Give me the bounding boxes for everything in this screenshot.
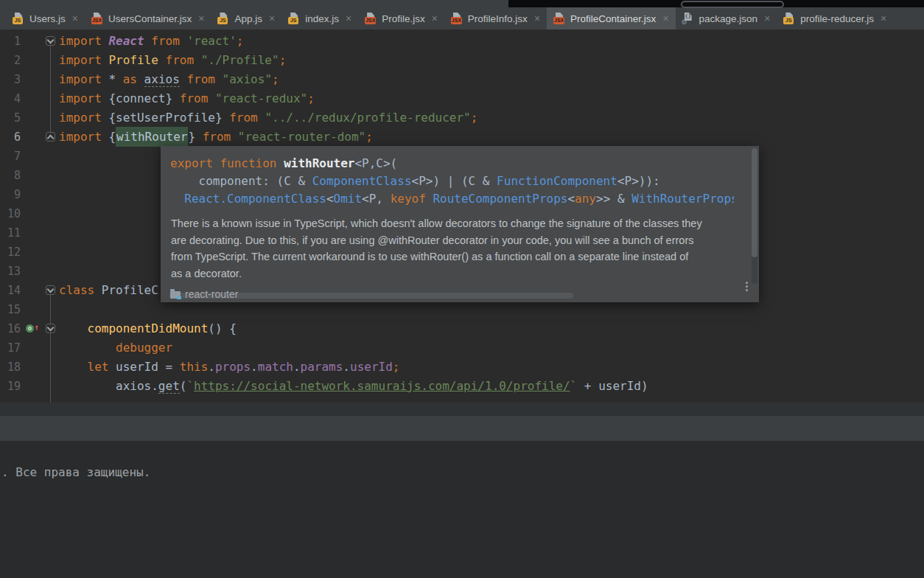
code-line-19[interactable]: 19 axios.get(`https://social-network.sam… [0, 377, 924, 396]
tab-profile-reducer-js[interactable]: profile-reducer.js× [777, 7, 893, 29]
code-token: >> & [596, 192, 631, 206]
code-line-6[interactable]: 6import {withRouter} from "react-router-… [0, 128, 924, 147]
tab-userscontainer-jsx[interactable]: UsersContainer.jsx× [85, 7, 211, 29]
line-number: 15 [0, 300, 21, 319]
js-file-icon [13, 13, 25, 24]
code-token: params [301, 360, 343, 374]
tab-label: Profile.jsx [382, 13, 425, 24]
code-token: <P>)): [617, 174, 660, 188]
tab-label: ProfileInfo.jsx [468, 13, 528, 24]
module-name: react-router [185, 288, 238, 300]
close-icon[interactable]: × [269, 13, 275, 24]
tab-label: ProfileContainer.jsx [570, 13, 656, 24]
code-token: < [326, 192, 334, 206]
jsx-file-icon [91, 13, 104, 24]
fold-icon[interactable] [46, 285, 55, 295]
documentation-popup: export function withRouter<P,C>( compone… [161, 146, 759, 302]
signature-line: component: (C & ComponentClass<P>) | (C … [170, 173, 734, 190]
override-method-icon[interactable]: ↑ [26, 324, 39, 333]
code-token: () { [208, 321, 237, 335]
tab-label: index.js [305, 13, 339, 24]
js-file-icon [217, 13, 230, 24]
code-line-2[interactable]: 2import Profile from "./Profile"; [0, 51, 924, 70]
code-token: debugger [116, 341, 172, 355]
close-icon[interactable]: × [432, 13, 438, 24]
tab-users-js[interactable]: Users.js× [6, 7, 85, 29]
code-line-4[interactable]: 4import {connect} from "react-redux"; [0, 89, 924, 108]
tab-index-js[interactable]: index.js× [281, 7, 358, 29]
code-token: ; [272, 72, 279, 86]
editor-tab-bar: Users.js×UsersContainer.jsx×App.js×index… [0, 0, 924, 29]
code-token: ; [279, 53, 287, 67]
code-token: ; [237, 34, 244, 48]
code-line-3[interactable]: 3import * as axios from "axios"; [0, 70, 924, 89]
fold-icon[interactable] [46, 36, 55, 46]
line-number: 8 [0, 166, 21, 185]
code-token: React [108, 34, 144, 48]
code-line-16[interactable]: 16↑ componentDidMount() { [0, 319, 924, 338]
code-line-15[interactable]: 15 [0, 300, 924, 319]
code-line-18[interactable]: 18 let userId = this.props.match.params.… [0, 358, 924, 377]
tab-package-json[interactable]: package.json× [676, 7, 777, 29]
close-icon[interactable]: × [662, 13, 668, 24]
code-token: from [229, 111, 265, 125]
code-token: . [293, 360, 301, 374]
line-number: 11 [0, 223, 21, 243]
tab-profile-jsx[interactable]: Profile.jsx× [358, 7, 444, 29]
description-line: There is a known issue in TypeScript, wh… [171, 215, 728, 232]
line-number: 2 [0, 51, 21, 70]
more-options-icon[interactable] [746, 280, 748, 293]
code-line-5[interactable]: 5import {setUserProfile} from "../../red… [0, 108, 924, 128]
code-line-17[interactable]: 17 debugger [0, 338, 924, 358]
line-number: 13 [0, 262, 21, 281]
js-file-icon [783, 13, 796, 24]
code-text: class ProfileC [59, 281, 158, 300]
code-token: import [59, 53, 108, 67]
code-token: } [188, 130, 202, 144]
fold-icon[interactable] [46, 324, 55, 333]
code-token: "./Profile" [201, 53, 279, 67]
code-token: props [215, 360, 251, 374]
line-number: 12 [0, 243, 21, 262]
code-token: . [343, 360, 350, 374]
close-icon[interactable]: × [764, 13, 770, 24]
code-token: . [208, 360, 215, 374]
code-line-1[interactable]: 1import React from 'react'; [0, 32, 924, 51]
code-text: import {connect} from "react-redux"; [59, 89, 315, 108]
code-token: withRouter [116, 127, 188, 147]
module-label: react-router [170, 288, 238, 301]
code-token: axios. [59, 379, 158, 393]
line-number: 6 [0, 128, 21, 147]
signature: export function withRouter<P,C>( compone… [161, 146, 759, 208]
close-icon[interactable]: × [198, 13, 204, 24]
tab-label: App.js [234, 13, 262, 24]
code-token [59, 360, 88, 374]
code-token: < [567, 192, 575, 206]
code-token: "react-redux" [215, 91, 307, 105]
popup-vertical-scrollbar-thumb[interactable] [752, 148, 757, 257]
code-text: import {setUserProfile} from "../../redu… [59, 108, 477, 128]
close-icon[interactable]: × [881, 13, 886, 24]
code-token: + userId) [577, 379, 648, 393]
description-line: are decorating. Due to this, if you are … [171, 232, 728, 249]
signature-line: React.ComponentClass<Omit<P, keyof Route… [170, 190, 734, 208]
tab-profilecontainer-jsx[interactable]: ProfileContainer.jsx× [547, 7, 676, 29]
code-token [170, 192, 184, 206]
fold-icon[interactable] [46, 132, 55, 142]
close-icon[interactable]: × [346, 13, 351, 24]
code-token: 'react' [186, 34, 236, 48]
code-text: debugger [59, 338, 172, 358]
code-token: ; [365, 130, 373, 144]
code-token: ` [186, 379, 194, 393]
close-icon[interactable]: × [72, 13, 78, 24]
code-token: "axios" [223, 72, 272, 86]
code-token: componentDidMount [88, 321, 209, 335]
code-token: from [203, 130, 238, 144]
code-token: userId = [116, 360, 180, 374]
close-icon[interactable]: × [534, 13, 540, 24]
tab-profileinfo-jsx[interactable]: ProfileInfo.jsx× [444, 7, 547, 29]
code-token: as [123, 72, 144, 86]
code-text: import Profile from "./Profile"; [59, 51, 286, 70]
tab-app-js[interactable]: App.js× [211, 7, 281, 29]
code-token: ComponentClass [312, 174, 412, 188]
